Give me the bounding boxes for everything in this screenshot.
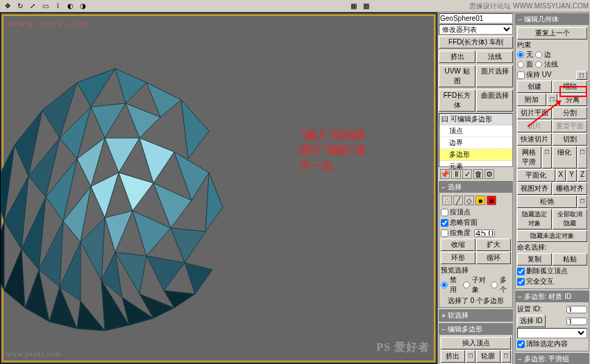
slice-button[interactable]: 切片: [517, 120, 552, 132]
tool-scale-icon[interactable]: ⤢: [27, 1, 38, 12]
relax-button[interactable]: 松弛: [517, 196, 577, 208]
constrain-none-radio[interactable]: [517, 51, 524, 58]
viewport[interactable]: WWW.3DXY.COM www.psanz.com PS 爱好者 "插入"后的…: [0, 12, 437, 364]
shrink-button[interactable]: 收缩: [441, 239, 475, 251]
quickslice-button[interactable]: 快速切片: [517, 133, 552, 146]
tool-c-icon[interactable]: ▦: [348, 1, 359, 12]
by-vertex-checkbox[interactable]: 按顶点: [441, 207, 511, 217]
tool-b-icon[interactable]: ◑: [77, 1, 88, 12]
curve-button[interactable]: 曲面选择: [476, 89, 513, 112]
collapse-button[interactable]: 塌陷: [553, 80, 587, 93]
outline-button[interactable]: 轮廓: [476, 350, 500, 363]
tool-link-icon[interactable]: ⌇: [52, 1, 63, 12]
material-dropdown[interactable]: [517, 328, 587, 338]
tool-rotate-icon[interactable]: ↻: [15, 1, 26, 12]
extrude-poly-button[interactable]: 挤出: [441, 350, 465, 363]
slice-plane-button[interactable]: 切片平面: [517, 107, 552, 119]
paste-button[interactable]: 粘贴: [553, 253, 587, 266]
full-inter-checkbox[interactable]: 完全交互: [517, 277, 587, 286]
ring-button[interactable]: 环形: [441, 252, 475, 264]
del-iso-checkbox[interactable]: 删除孤立顶点: [517, 266, 587, 276]
view-align-button[interactable]: 视图对齐: [517, 182, 552, 195]
svg-marker-0: [115, 69, 146, 103]
constrain-face-radio[interactable]: [517, 61, 524, 68]
select-id-button[interactable]: 选择 ID: [517, 315, 546, 327]
angle-spinner[interactable]: [474, 229, 495, 237]
config-icon[interactable]: ⚙: [484, 169, 494, 179]
attach-button[interactable]: 附加: [517, 94, 546, 106]
preview-off-radio[interactable]: [441, 281, 448, 288]
edge-subobj-icon[interactable]: ╱: [453, 196, 463, 205]
stack-border[interactable]: 边界: [439, 137, 512, 149]
uvw-button[interactable]: UVW 贴图: [439, 65, 475, 87]
extrude-button[interactable]: 挤出: [439, 51, 475, 63]
create-button[interactable]: 创建: [517, 80, 552, 93]
tool-a-icon[interactable]: ◐: [65, 1, 76, 12]
relax-settings-icon[interactable]: □: [578, 196, 587, 208]
preserve-uv-settings-icon[interactable]: □: [576, 71, 587, 80]
hide-unsel-button[interactable]: 隐藏未选定对象: [517, 230, 587, 242]
constrain-edge-radio[interactable]: [535, 51, 542, 58]
loop-button[interactable]: 循环: [476, 252, 511, 264]
editpoly-rollout-header[interactable]: −编辑多边形: [439, 324, 512, 335]
editmesh-button[interactable]: 面片选择: [476, 65, 513, 87]
tool-move-icon[interactable]: ✥: [2, 1, 13, 12]
geosphere-mesh[interactable]: [0, 48, 264, 346]
preview-sub-radio[interactable]: [463, 281, 470, 288]
stack-polygon[interactable]: 多边形: [439, 149, 512, 161]
remove-icon[interactable]: 🗑: [473, 169, 483, 179]
msmooth-button[interactable]: 网格平滑: [517, 146, 541, 168]
insert-vertex-button[interactable]: 插入顶点: [441, 337, 511, 349]
unique-icon[interactable]: ✓: [462, 169, 472, 179]
modifier-list-dropdown[interactable]: 修改器列表: [439, 24, 513, 35]
copy-button[interactable]: 复制: [517, 253, 552, 266]
tess-settings-icon[interactable]: □: [578, 146, 587, 168]
tool-select-icon[interactable]: ▭: [40, 1, 51, 12]
planar-x-button[interactable]: X: [556, 169, 566, 182]
element-subobj-icon[interactable]: ■: [487, 196, 496, 205]
msmooth-settings-icon[interactable]: □: [542, 146, 552, 168]
constrain-normal-radio[interactable]: [535, 61, 542, 68]
object-name-field[interactable]: [439, 13, 513, 24]
by-angle-checkbox[interactable]: [441, 229, 448, 237]
polygon-subobj-icon[interactable]: ■: [475, 196, 485, 205]
tool-d-icon[interactable]: ▩: [360, 1, 371, 12]
planar-z-button[interactable]: Z: [578, 169, 587, 182]
preview-multi-radio[interactable]: [491, 281, 498, 288]
attach-settings-icon[interactable]: □: [547, 94, 557, 106]
editgeo-rollout-header[interactable]: −编辑几何体: [516, 14, 589, 25]
reset-plane-button[interactable]: 重置平面: [553, 120, 587, 132]
border-subobj-icon[interactable]: ◇: [464, 196, 474, 205]
planarize-button[interactable]: 平面化: [517, 169, 555, 182]
hide-sel-button[interactable]: 隐藏选定对象: [517, 209, 552, 229]
softsel-rollout-header[interactable]: +软选择: [439, 310, 512, 321]
clear-sel-checkbox[interactable]: 清除选定内容: [517, 339, 587, 349]
tess-button[interactable]: 细化: [553, 146, 577, 168]
vertex-subobj-icon[interactable]: ∴: [442, 196, 452, 205]
ffd-button[interactable]: FFD(长方体) 车削: [439, 36, 513, 49]
stack-vertex[interactable]: 顶点: [439, 125, 512, 137]
unhide-all-button[interactable]: 全部取消隐藏: [553, 209, 587, 229]
modifier-stack[interactable]: 曰 可编辑多边形 顶点 边界 多边形 元素: [439, 113, 513, 167]
repeat-button[interactable]: 重复上一个: [517, 27, 587, 40]
show-end-icon[interactable]: Ⅱ: [451, 169, 461, 179]
grid-align-button[interactable]: 栅格对齐: [553, 182, 587, 195]
planar-y-button[interactable]: Y: [566, 169, 577, 182]
ffdbox-button[interactable]: FFD长方体: [439, 89, 475, 112]
preserve-uv-checkbox[interactable]: 保持 UV□: [517, 70, 587, 80]
extrude-settings-icon[interactable]: □: [466, 350, 475, 363]
cut-button[interactable]: 切割: [553, 133, 587, 146]
grow-button[interactable]: 扩大: [476, 239, 511, 251]
lathe-button[interactable]: 法线: [476, 51, 513, 63]
set-id-spinner[interactable]: [566, 306, 587, 313]
smooth-rollout-header[interactable]: −多边形: 平滑组: [516, 354, 589, 364]
ignore-backface-checkbox[interactable]: 忽略背面: [441, 218, 511, 227]
detach-button[interactable]: 分离: [558, 94, 587, 106]
split-button[interactable]: 分割: [553, 107, 587, 119]
selection-rollout-header[interactable]: −选择: [439, 182, 512, 193]
pin-stack-icon[interactable]: 📌: [440, 169, 450, 179]
outline-settings-icon[interactable]: □: [501, 350, 511, 363]
matid-rollout-header[interactable]: −多边形: 材质 ID: [516, 291, 589, 302]
select-id-spinner[interactable]: [566, 318, 587, 325]
stack-header[interactable]: 曰 可编辑多边形: [439, 114, 512, 125]
